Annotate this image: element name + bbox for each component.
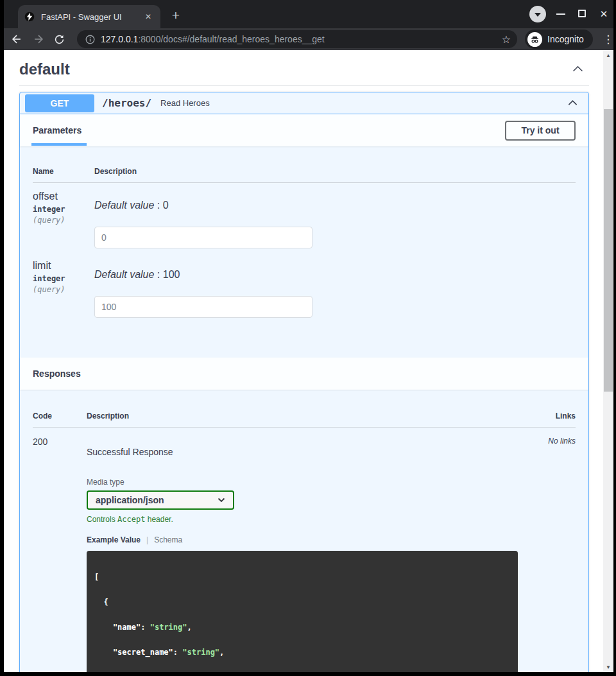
col-description-label: Description	[87, 412, 518, 420]
tag-section-header[interactable]: default	[19, 59, 589, 80]
param-name: offset	[33, 191, 94, 202]
window-border-left	[0, 0, 4, 676]
example-json-code[interactable]: [ { "name": "string", "secret_name": "st…	[87, 551, 518, 672]
reload-button[interactable]	[50, 30, 68, 48]
forward-button[interactable]	[30, 30, 47, 48]
incognito-icon	[527, 32, 542, 47]
window-border-right	[613, 0, 616, 676]
accept-header-hint: Controls Accept header.	[87, 515, 518, 524]
example-schema-tabs: Example Value | Schema	[87, 535, 518, 544]
endpoint-summary-text: Read Heroes	[160, 98, 210, 108]
limit-input[interactable]	[94, 296, 312, 318]
col-links-label: Links	[518, 412, 576, 420]
parameters-table-header: Name Description	[33, 167, 576, 183]
param-default: Default value : 100	[94, 269, 576, 281]
tab-schema[interactable]: Schema	[154, 535, 182, 544]
parameters-tab-label: Parameters	[33, 125, 81, 135]
window-close-button[interactable]: ✕	[597, 7, 611, 21]
maximize-button[interactable]	[578, 10, 586, 17]
scroll-up-arrow-icon[interactable]: ▲	[603, 50, 613, 60]
code-key: "name"	[94, 623, 141, 632]
caret-down-icon	[535, 13, 541, 17]
default-value-number: : 100	[154, 269, 180, 280]
back-button[interactable]	[8, 30, 26, 48]
media-type-value: application/json	[96, 495, 164, 505]
browser-tab[interactable]: FastAPI - Swagger UI ✕	[18, 5, 160, 28]
code-key: "secret_name"	[94, 648, 173, 657]
param-type: integer	[33, 205, 94, 214]
responses-header: Responses	[20, 358, 588, 390]
tab-strip: FastAPI - Swagger UI ✕ + ✕	[0, 0, 616, 28]
tab-close-icon[interactable]: ✕	[142, 11, 154, 22]
response-code: 200	[33, 437, 87, 672]
response-description: Successful Response	[87, 447, 518, 457]
code-line: {	[94, 598, 108, 607]
default-value-number: : 0	[154, 200, 168, 211]
browser-window: FastAPI - Swagger UI ✕ + ✕	[0, 0, 616, 676]
code-string-value: "string"	[150, 623, 187, 632]
param-type: integer	[33, 274, 94, 283]
fastapi-favicon-icon	[24, 12, 35, 22]
browser-toolbar: 127.0.0.1:8000/docs#/default/read_heroes…	[0, 28, 616, 50]
tab-example-value[interactable]: Example Value	[87, 535, 141, 544]
collapse-endpoint-chevron-icon[interactable]	[567, 98, 578, 109]
http-method-badge: GET	[25, 94, 94, 112]
endpoint-summary[interactable]: GET /heroes/ Read Heroes	[20, 92, 588, 114]
param-location: (query)	[33, 216, 94, 225]
endpoint-path: /heroes/	[102, 97, 151, 109]
select-chevron-down-icon	[218, 498, 225, 503]
tab-parameters[interactable]: Parameters	[33, 125, 81, 135]
get-heroes-opblock: GET /heroes/ Read Heroes Parameters Try …	[19, 92, 589, 672]
window-menu-button[interactable]	[529, 6, 546, 22]
address-bar[interactable]: 127.0.0.1:8000/docs#/default/read_heroes…	[77, 30, 517, 48]
param-name: limit	[33, 260, 94, 272]
media-type-label: Media type	[87, 478, 518, 487]
code-line: [	[94, 573, 99, 582]
active-tab-underline	[31, 143, 87, 146]
media-type-block: Media type application/json C	[87, 478, 518, 524]
tag-title: default	[19, 60, 70, 78]
responses-table-header: Code Description Links	[33, 412, 576, 428]
try-it-out-button[interactable]: Try it out	[505, 121, 576, 141]
hint-suffix: header.	[145, 515, 173, 524]
minimize-button[interactable]	[556, 13, 565, 15]
incognito-badge: Incognito	[525, 30, 593, 49]
default-value-label: Default value	[94, 269, 154, 280]
url-text: 127.0.0.1:8000/docs#/default/read_heroes…	[101, 34, 497, 44]
responses-body: Code Description Links 200 Successful Re…	[20, 390, 588, 672]
hint-prefix: Controls	[87, 515, 117, 524]
parameter-row-limit: limit integer (query) Default value : 10…	[33, 248, 576, 318]
code-string-value: "string"	[182, 648, 219, 657]
parameter-row-offset: offset integer (query) Default value : 0	[33, 183, 576, 248]
hint-accept-code: Accept	[117, 515, 145, 524]
response-row-200: 200 Successful Response Media type appli…	[33, 428, 576, 672]
col-description-label: Description	[94, 167, 576, 176]
scroll-down-arrow-icon[interactable]: ▼	[603, 662, 613, 672]
page-scrollbar[interactable]: ▲ ▼	[603, 50, 613, 672]
responses-title: Responses	[33, 368, 81, 379]
col-code-label: Code	[33, 412, 87, 420]
parameters-body: Name Description offset integer (query) …	[20, 146, 588, 358]
offset-input[interactable]	[94, 227, 312, 248]
site-info-icon[interactable]	[85, 34, 96, 45]
tab-separator: |	[146, 535, 148, 544]
swagger-page: default GET /heroes/ Read Heroes	[4, 50, 603, 672]
collapse-tag-chevron-icon[interactable]	[572, 64, 584, 76]
param-default: Default value : 0	[94, 200, 576, 211]
response-links: No links	[518, 437, 576, 672]
url-path: :8000/docs#/default/read_heroes_heroes__…	[138, 34, 324, 44]
media-type-select[interactable]: application/json	[87, 490, 234, 510]
default-value-label: Default value	[94, 200, 154, 211]
bookmark-star-icon[interactable]: ☆	[502, 33, 511, 46]
incognito-label: Incognito	[547, 34, 584, 44]
param-location: (query)	[33, 285, 94, 294]
window-border-bottom	[0, 672, 616, 676]
url-host: 127.0.0.1	[101, 34, 138, 44]
tab-title: FastAPI - Swagger UI	[41, 12, 142, 22]
scrollbar-thumb[interactable]	[604, 109, 613, 392]
col-name-label: Name	[33, 167, 94, 176]
new-tab-button[interactable]: +	[167, 6, 185, 24]
section-divider	[19, 85, 589, 86]
parameters-header: Parameters Try it out	[20, 114, 588, 146]
